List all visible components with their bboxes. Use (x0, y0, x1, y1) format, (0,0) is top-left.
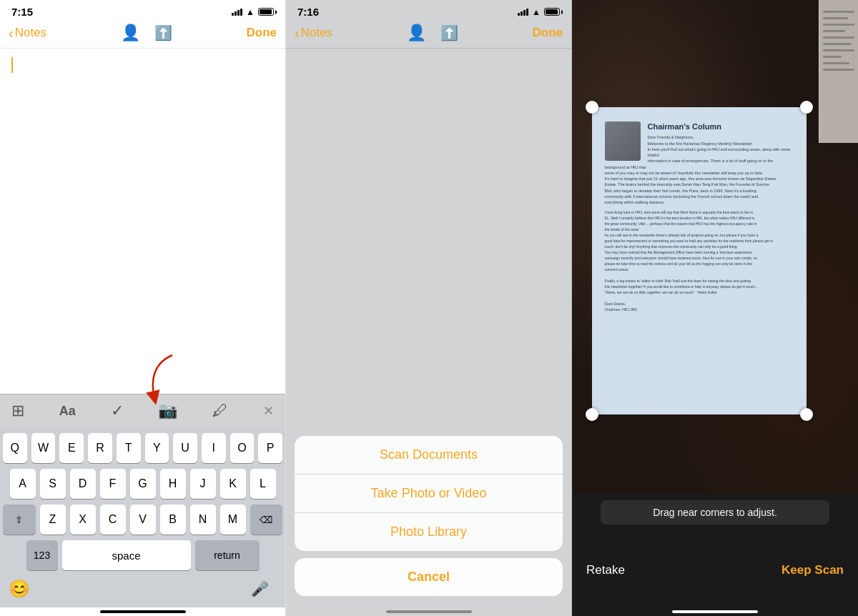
person-icon-2[interactable]: 👤 (407, 24, 426, 42)
text-format-icon[interactable]: Aa (59, 404, 76, 419)
cancel-button[interactable]: Cancel (295, 558, 563, 596)
key-F[interactable]: F (100, 469, 126, 499)
key-S[interactable]: S (40, 469, 66, 499)
chevron-left-icon: ‹ (9, 26, 14, 40)
signal-bars-1 (232, 8, 242, 16)
key-P[interactable]: P (258, 433, 282, 463)
key-Y[interactable]: Y (145, 433, 169, 463)
note-content-area[interactable] (0, 49, 285, 394)
wifi-icon: ▲ (246, 7, 255, 17)
retake-button[interactable]: Retake (586, 563, 625, 577)
key-B[interactable]: B (160, 505, 186, 535)
return-key[interactable]: return (195, 540, 260, 570)
action-sheet-panel: 7:16 ▲ ‹ Notes 👤 ⬆️ Done (286, 0, 572, 616)
signal-bar (518, 13, 520, 16)
key-Z[interactable]: Z (40, 505, 66, 535)
corner-handle-tl[interactable] (586, 101, 598, 114)
status-time-2: 7:16 (297, 6, 319, 18)
text-line (823, 69, 854, 71)
home-indicator-2 (386, 610, 472, 613)
key-G[interactable]: G (130, 469, 156, 499)
mic-key[interactable]: 🎤 (251, 580, 277, 597)
numbers-key[interactable]: 123 (26, 540, 58, 570)
key-U[interactable]: U (173, 433, 197, 463)
tooltip-bar: Drag near corners to adjust. (601, 500, 829, 525)
status-icons-1: ▲ (232, 7, 274, 17)
key-K[interactable]: K (220, 469, 246, 499)
camera-icon[interactable]: 📷 (158, 402, 177, 419)
signal-bar (237, 10, 240, 16)
corner-handle-br[interactable] (800, 408, 813, 421)
key-V[interactable]: V (130, 505, 156, 535)
key-M[interactable]: M (220, 505, 246, 535)
key-T[interactable]: T (117, 433, 141, 463)
key-I[interactable]: I (202, 433, 226, 463)
battery-icon-2 (544, 8, 560, 16)
text-cursor (11, 57, 13, 73)
signal-bar (235, 11, 237, 16)
checklist-icon[interactable]: ✓ (111, 402, 124, 420)
key-D[interactable]: D (70, 469, 96, 499)
text-line (823, 11, 854, 13)
space-key[interactable]: space (62, 540, 191, 570)
text-line (823, 49, 854, 51)
status-bar-1: 7:15 ▲ (0, 0, 285, 21)
close-icon[interactable]: ✕ (263, 403, 274, 419)
back-button-1[interactable]: ‹ Notes (9, 26, 46, 40)
take-photo-button[interactable]: Take Photo or Video (295, 475, 563, 513)
photo-library-button[interactable]: Photo Library (295, 513, 563, 551)
key-X[interactable]: X (70, 505, 96, 535)
status-time-1: 7:15 (11, 6, 33, 18)
corner-handle-tr[interactable] (800, 101, 813, 114)
signal-bar (521, 11, 523, 16)
status-bar-2: 7:16 ▲ (286, 0, 571, 21)
notes-editor-panel: 7:15 ▲ ‹ Notes 👤 ⬆️ Done (0, 0, 286, 616)
key-Q[interactable]: Q (3, 433, 27, 463)
keyboard-row-2: A S D F G H J K L (3, 469, 282, 499)
chevron-left-icon-2: ‹ (295, 26, 300, 40)
nav-center-1: 👤 ⬆️ (121, 24, 172, 42)
keyboard-row-3: ⇧ Z X C V B N M ⌫ (3, 505, 282, 535)
formatting-toolbar: ⊞ Aa ✓ 📷 🖊 ✕ (0, 394, 285, 427)
done-button-2[interactable]: Done (533, 26, 563, 40)
text-line (823, 24, 854, 26)
document-scan-area: Chairman's Column Dear Friends & Neighbo… (592, 107, 807, 414)
signal-bar (232, 13, 234, 16)
share-icon-2[interactable]: ⬆️ (440, 24, 458, 41)
shift-key[interactable]: ⇧ (3, 505, 36, 535)
corner-handle-bl[interactable] (586, 408, 598, 421)
table-icon[interactable]: ⊞ (11, 402, 24, 419)
camera-viewfinder: Chairman's Column Dear Friends & Neighbo… (572, 0, 858, 493)
share-icon[interactable]: ⬆️ (154, 24, 172, 41)
nav-bar-2: ‹ Notes 👤 ⬆️ Done (286, 21, 571, 49)
text-line (823, 30, 845, 32)
keyboard-row-4: 123 space return (3, 540, 282, 570)
battery-icon (258, 8, 274, 16)
back-button-2[interactable]: ‹ Notes (295, 26, 332, 40)
emoji-key[interactable]: 😊 (9, 579, 34, 599)
scan-overlay: Chairman's Column Dear Friends & Neighbo… (590, 36, 808, 486)
keyboard-row-1: Q W E R T Y U I O P (3, 433, 282, 463)
key-O[interactable]: O (230, 433, 255, 463)
markup-icon[interactable]: 🖊 (212, 402, 228, 420)
key-A[interactable]: A (10, 469, 36, 499)
key-L[interactable]: L (250, 469, 276, 499)
delete-key[interactable]: ⌫ (250, 505, 283, 535)
key-C[interactable]: C (100, 505, 126, 535)
key-E[interactable]: E (59, 433, 84, 463)
keep-scan-button[interactable]: Keep Scan (781, 563, 844, 577)
done-button-1[interactable]: Done (247, 26, 277, 40)
action-sheet: Scan Documents Take Photo or Video Photo… (286, 436, 571, 607)
home-indicator-1 (100, 610, 186, 613)
keyboard: Q W E R T Y U I O P A S D F G H J K L ⇧ … (0, 427, 285, 607)
battery-fill-2 (546, 9, 558, 14)
key-R[interactable]: R (88, 433, 112, 463)
key-N[interactable]: N (190, 505, 216, 535)
key-H[interactable]: H (160, 469, 186, 499)
person-icon[interactable]: 👤 (121, 24, 140, 42)
camera-preview-area (286, 49, 571, 436)
back-label-2: Notes (301, 26, 332, 40)
key-W[interactable]: W (31, 433, 56, 463)
scan-documents-button[interactable]: Scan Documents (295, 436, 563, 475)
key-J[interactable]: J (190, 469, 216, 499)
